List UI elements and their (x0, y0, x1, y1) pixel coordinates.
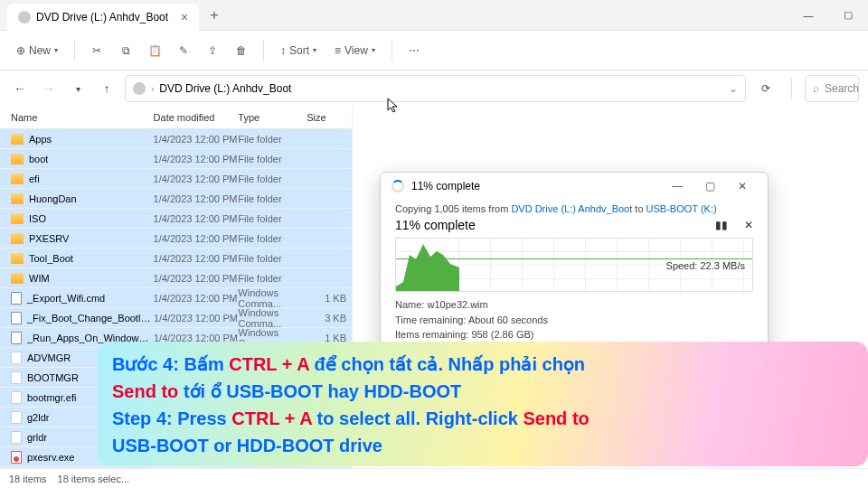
file-size: 3 KB (307, 313, 352, 324)
pause-button[interactable]: ▮▮ (715, 219, 728, 231)
search-input[interactable]: ⌕ Search (805, 75, 859, 102)
cut-button[interactable]: ✂ (84, 39, 109, 62)
rename-button[interactable]: ✎ (171, 39, 196, 62)
table-row[interactable]: _Fix_Boot_Change_Bootloader.cmd 1/4/2023… (0, 308, 352, 328)
trash-icon: 🗑 (236, 44, 247, 57)
folder-icon (11, 154, 24, 164)
scissors-icon: ✂ (92, 44, 101, 57)
breadcrumb[interactable]: › DVD Drive (L:) Anhdv_Boot ⌄ (125, 75, 746, 102)
add-tab-button[interactable]: + (210, 7, 218, 23)
folder-icon (11, 174, 24, 184)
file-name: g2ldr (27, 412, 49, 423)
file-icon (11, 411, 22, 424)
copy-icon: ⧉ (122, 44, 130, 57)
table-row[interactable]: Apps 1/4/2023 12:00 PM File folder (0, 129, 352, 149)
tab-title: DVD Drive (L:) Anhdv_Boot (36, 11, 168, 23)
folder-icon (11, 253, 24, 264)
table-row[interactable]: WIM 1/4/2023 12:00 PM File folder (0, 268, 352, 288)
file-name: BOOTMGR (27, 372, 79, 383)
new-label: New (29, 44, 51, 57)
gear-icon (11, 332, 22, 344)
file-name: pxesrv.exe (27, 452, 74, 463)
gear-icon (11, 292, 22, 305)
dialog-maximize-button[interactable]: ▢ (695, 180, 724, 192)
file-name: WIM (29, 273, 50, 284)
file-date: 1/4/2023 12:00 PM (154, 134, 239, 145)
speed-label: Speed: 22.3 MB/s (665, 260, 747, 271)
file-name: Apps (29, 134, 52, 145)
forward-button[interactable]: → (38, 81, 60, 96)
folder-icon (11, 193, 24, 204)
dialog-title: 11% complete (411, 180, 480, 192)
file-date: 1/4/2023 12:00 PM (154, 273, 239, 284)
table-row[interactable]: HuongDan 1/4/2023 12:00 PM File folder (0, 189, 352, 209)
refresh-button[interactable]: ⟳ (753, 82, 778, 95)
more-button[interactable]: ⋯ (401, 39, 427, 62)
instruction-overlay: Bước 4: Bấm CTRL + A để chọn tất cả. Nhấ… (98, 342, 868, 466)
chevron-right-icon: › (151, 84, 154, 94)
recent-button[interactable]: ▾ (67, 84, 89, 94)
column-name[interactable]: Name (0, 112, 154, 123)
column-type[interactable]: Type (238, 112, 307, 123)
column-size[interactable]: Size (307, 112, 352, 123)
copy-source-link[interactable]: DVD Drive (L:) Anhdv_Boot (511, 203, 632, 214)
table-row[interactable]: boot 1/4/2023 12:00 PM File folder (0, 149, 352, 169)
chevron-down-icon: ▾ (372, 46, 375, 54)
file-name: ISO (29, 213, 46, 224)
file-type: File folder (238, 134, 307, 145)
table-row[interactable]: PXESRV 1/4/2023 12:00 PM File folder (0, 229, 352, 249)
table-row[interactable]: _Export_Wifi.cmd 1/4/2023 12:00 PM Windo… (0, 288, 352, 308)
exe-icon (11, 451, 22, 464)
disc-icon (18, 11, 31, 23)
view-button[interactable]: ≡ View ▾ (327, 41, 382, 61)
file-name: grldr (27, 432, 47, 443)
file-date: 1/4/2023 12:00 PM (154, 193, 239, 204)
file-icon (11, 431, 22, 444)
file-icon (11, 391, 22, 404)
spinner-icon (392, 180, 404, 192)
file-type: File folder (238, 213, 307, 224)
file-type: File folder (238, 273, 307, 284)
file-name: Tool_Boot (29, 253, 73, 264)
back-button[interactable]: ← (9, 81, 31, 96)
view-icon: ≡ (335, 44, 341, 57)
delete-button[interactable]: 🗑 (229, 39, 254, 62)
file-name: PXESRV (29, 233, 69, 244)
table-row[interactable]: ISO 1/4/2023 12:00 PM File folder (0, 209, 352, 229)
dialog-minimize-button[interactable]: — (663, 180, 692, 192)
percent-text: 11% complete (395, 218, 476, 232)
up-button[interactable]: ↑ (96, 81, 118, 96)
chevron-down-icon[interactable]: ⌄ (729, 82, 738, 95)
close-tab-icon[interactable]: × (181, 10, 188, 24)
folder-icon (11, 233, 24, 244)
status-items: 18 items (9, 474, 47, 484)
paste-icon: 📋 (148, 44, 162, 57)
new-button[interactable]: ⊕ New ▾ (9, 41, 65, 61)
file-type: File folder (238, 154, 307, 164)
copy-button[interactable]: ⧉ (113, 39, 138, 62)
chevron-down-icon: ▾ (54, 46, 58, 54)
file-type: Windows Comma... (238, 287, 307, 309)
share-button[interactable]: ⇪ (200, 39, 225, 62)
tab-current[interactable]: DVD Drive (L:) Anhdv_Boot × (7, 4, 199, 31)
file-date: 1/4/2023 12:00 PM (154, 154, 239, 164)
dialog-close-button[interactable]: ✕ (728, 180, 757, 192)
file-name: HuongDan (29, 193, 77, 204)
file-type: File folder (238, 174, 307, 184)
ellipsis-icon: ⋯ (409, 44, 420, 57)
minimize-button[interactable]: — (788, 0, 828, 31)
table-row[interactable]: efi 1/4/2023 12:00 PM File folder (0, 169, 352, 189)
column-date[interactable]: Date modified (154, 112, 239, 123)
copy-dest-link[interactable]: USB-BOOT (K:) (646, 203, 717, 214)
file-date: 1/4/2023 12:00 PM (154, 213, 239, 224)
maximize-button[interactable]: ▢ (828, 0, 868, 31)
paste-button[interactable]: 📋 (142, 39, 167, 62)
cancel-button[interactable]: ✕ (744, 219, 753, 231)
file-name: bootmgr.efi (27, 392, 76, 403)
table-row[interactable]: Tool_Boot 1/4/2023 12:00 PM File folder (0, 249, 352, 268)
file-icon (11, 352, 22, 364)
file-date: 1/4/2023 12:00 PM (154, 313, 239, 324)
copy-info: Name: w10pe32.wim Time remaining: About … (395, 297, 753, 343)
sort-button[interactable]: ↕ Sort ▾ (273, 41, 324, 61)
folder-icon (11, 273, 24, 284)
